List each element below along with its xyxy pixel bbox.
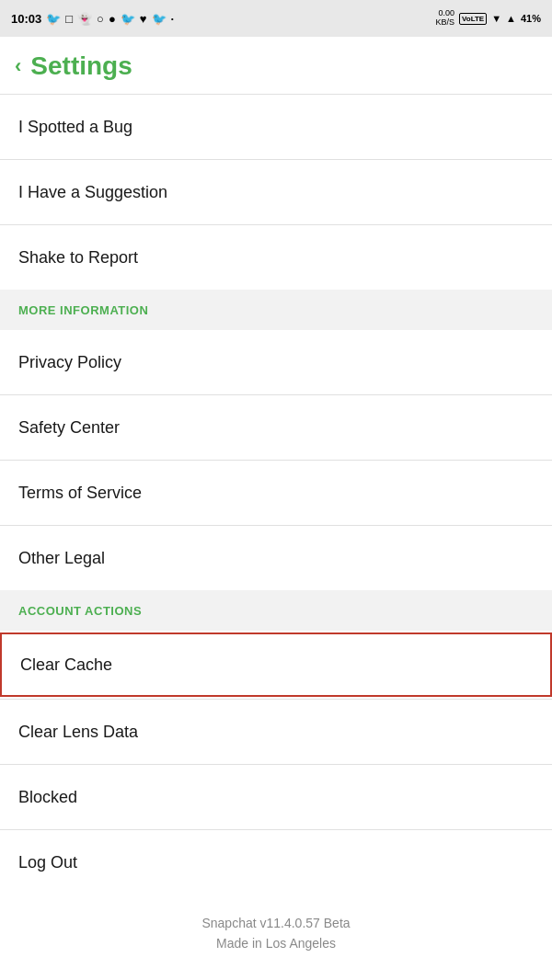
status-bar: 10:03 🐦 □ 👻 ○ ● 🐦 ♥ 🐦 · 0.00 KB/S VoLTE …: [0, 0, 552, 37]
section-more-info: MORE INFORMATION Privacy Policy Safety C…: [0, 290, 552, 590]
sidebar-item-privacy-policy[interactable]: Privacy Policy: [0, 330, 552, 394]
blocked-label: Blocked: [18, 788, 77, 807]
status-left: 10:03 🐦 □ 👻 ○ ● 🐦 ♥ 🐦 ·: [11, 12, 174, 26]
status-right: 0.00 KB/S VoLTE ▼ ▲ 41%: [436, 9, 541, 28]
wifi-icon: ▼: [491, 13, 501, 24]
section-feedback: I Spotted a Bug I Have a Suggestion Shak…: [0, 95, 552, 290]
clear-cache-label: Clear Cache: [20, 655, 112, 675]
sidebar-item-blocked[interactable]: Blocked: [0, 765, 552, 829]
log-out-label: Log Out: [18, 853, 77, 872]
section-account-actions: ACCOUNT ACTIONS Clear Cache Clear Lens D…: [0, 590, 552, 895]
foursquare-icon: ♥: [140, 12, 147, 26]
privacy-policy-label: Privacy Policy: [18, 353, 121, 372]
terms-of-service-label: Terms of Service: [18, 484, 142, 503]
clear-lens-data-label: Clear Lens Data: [18, 723, 138, 742]
shake-report-label: Shake to Report: [18, 248, 138, 268]
battery: 41%: [521, 13, 541, 24]
sidebar-item-shake-report[interactable]: Shake to Report: [0, 225, 552, 290]
signal-icon: ▲: [506, 13, 516, 24]
footer-line2: Made in Los Angeles: [18, 933, 534, 953]
more-info-header-text: MORE INFORMATION: [18, 303, 148, 317]
sidebar-item-clear-lens-data[interactable]: Clear Lens Data: [0, 700, 552, 764]
spotted-bug-label: I Spotted a Bug: [18, 118, 132, 137]
suggestion-label: I Have a Suggestion: [18, 183, 167, 202]
ghost-icon: ○: [97, 12, 104, 26]
sidebar-item-safety-center[interactable]: Safety Center: [0, 395, 552, 460]
other-legal-label: Other Legal: [18, 549, 105, 568]
twitter-icon: 🐦: [121, 12, 135, 26]
footer: Snapchat v11.4.0.57 Beta Made in Los Ang…: [0, 895, 552, 980]
twitter2-icon: 🐦: [152, 12, 167, 26]
page-title: Settings: [30, 51, 132, 81]
snapchat-icon: 👻: [77, 12, 92, 26]
volte-badge: VoLTE: [459, 13, 487, 25]
facebook-icon: 🐦: [46, 12, 61, 26]
footer-line1: Snapchat v11.4.0.57 Beta: [18, 913, 534, 933]
header: ‹ Settings: [0, 37, 552, 94]
more-info-header: MORE INFORMATION: [0, 290, 552, 330]
sidebar-item-log-out[interactable]: Log Out: [0, 830, 552, 895]
time: 10:03: [11, 12, 41, 26]
instagram-icon: □: [65, 12, 73, 26]
account-actions-header-text: ACCOUNT ACTIONS: [18, 604, 142, 618]
safety-center-label: Safety Center: [18, 418, 120, 438]
back-button[interactable]: ‹: [15, 54, 21, 78]
network-speed: 0.00 KB/S: [436, 9, 455, 28]
sidebar-item-other-legal[interactable]: Other Legal: [0, 526, 552, 590]
snap2-icon: ●: [109, 12, 116, 26]
sidebar-item-terms-of-service[interactable]: Terms of Service: [0, 461, 552, 525]
sidebar-item-spotted-bug[interactable]: I Spotted a Bug: [0, 95, 552, 159]
sidebar-item-suggestion[interactable]: I Have a Suggestion: [0, 160, 552, 224]
dot-icon: ·: [171, 12, 175, 26]
sidebar-item-clear-cache[interactable]: Clear Cache: [0, 632, 552, 697]
account-actions-header: ACCOUNT ACTIONS: [0, 590, 552, 631]
